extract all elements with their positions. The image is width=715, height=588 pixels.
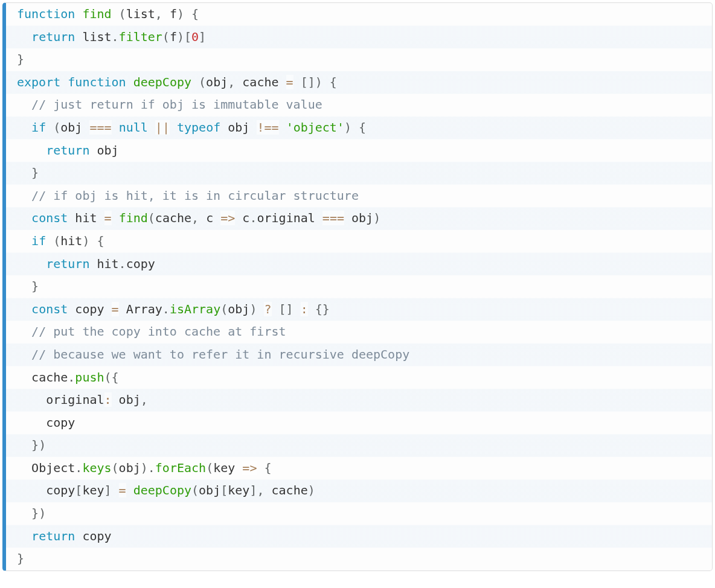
- code-content: function find (list, f) { return list.fi…: [6, 3, 712, 570]
- code: function find (list, f) { return list.fi…: [17, 7, 409, 566]
- code-block: function find (list, f) { return list.fi…: [2, 2, 713, 571]
